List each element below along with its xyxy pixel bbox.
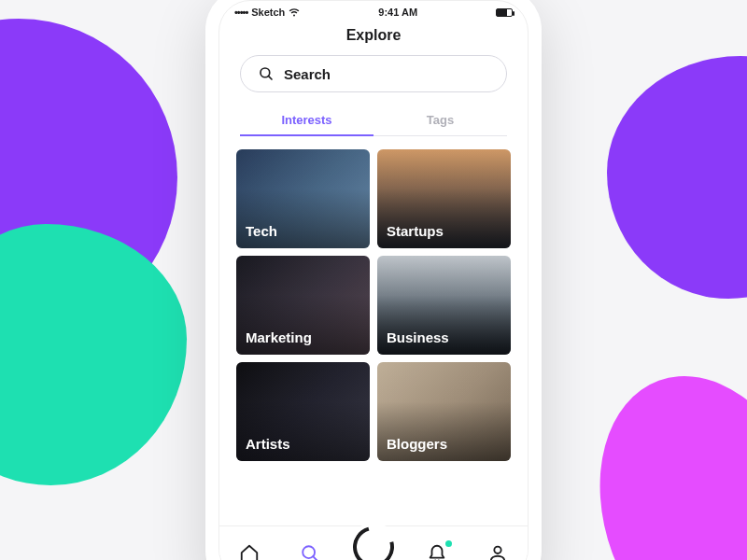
signal-dots-icon: •••••	[234, 7, 247, 18]
interest-grid: Tech Startups Marketing Business Artists…	[219, 136, 528, 461]
tab-tags[interactable]: Tags	[374, 105, 507, 135]
bg-blob-pink	[562, 345, 747, 560]
status-bar: ••••• Sketch 9:41 AM	[219, 1, 528, 20]
phone-screen: ••••• Sketch 9:41 AM Explore Interests T…	[218, 0, 529, 560]
tab-interests[interactable]: Interests	[240, 105, 374, 136]
page-title: Explore	[219, 27, 528, 44]
card-bloggers[interactable]: Bloggers	[377, 362, 511, 461]
battery-icon	[496, 8, 513, 17]
clock: 9:41 AM	[378, 7, 417, 18]
card-marketing[interactable]: Marketing	[236, 256, 370, 355]
card-label: Startups	[387, 223, 444, 239]
card-label: Business	[387, 329, 449, 345]
search-icon	[258, 65, 275, 82]
notification-dot	[445, 540, 452, 547]
search-input[interactable]	[284, 66, 489, 82]
card-label: Artists	[246, 436, 290, 452]
bell-icon	[427, 543, 447, 561]
nav-create[interactable]	[349, 523, 398, 561]
wifi-icon	[289, 8, 300, 17]
card-artists[interactable]: Artists	[236, 362, 370, 461]
user-icon	[487, 543, 508, 561]
create-ring-icon	[345, 518, 402, 560]
bg-blob-teal	[0, 224, 187, 485]
card-label: Bloggers	[387, 436, 447, 452]
phone-frame: ••••• Sketch 9:41 AM Explore Interests T…	[205, 0, 542, 560]
search-field[interactable]	[240, 55, 507, 92]
status-right	[496, 8, 513, 17]
svg-line-3	[313, 556, 317, 560]
bottom-nav	[219, 525, 528, 560]
nav-notifications[interactable]	[416, 533, 458, 561]
card-business[interactable]: Business	[377, 256, 511, 355]
bg-blob-purple-right	[607, 56, 747, 299]
card-label: Tech	[246, 223, 277, 239]
search-icon	[300, 543, 320, 561]
svg-line-1	[268, 76, 272, 79]
tabs: Interests Tags	[240, 105, 507, 136]
carrier-label: Sketch	[251, 7, 285, 18]
status-left: ••••• Sketch	[234, 7, 300, 18]
header: Explore	[219, 20, 528, 55]
nav-explore[interactable]	[289, 533, 331, 561]
nav-home[interactable]	[229, 533, 270, 561]
card-tech[interactable]: Tech	[236, 149, 370, 248]
nav-profile[interactable]	[477, 533, 518, 561]
card-label: Marketing	[246, 329, 312, 345]
svg-point-4	[494, 546, 500, 553]
card-startups[interactable]: Startups	[377, 149, 511, 248]
home-icon	[239, 543, 260, 561]
